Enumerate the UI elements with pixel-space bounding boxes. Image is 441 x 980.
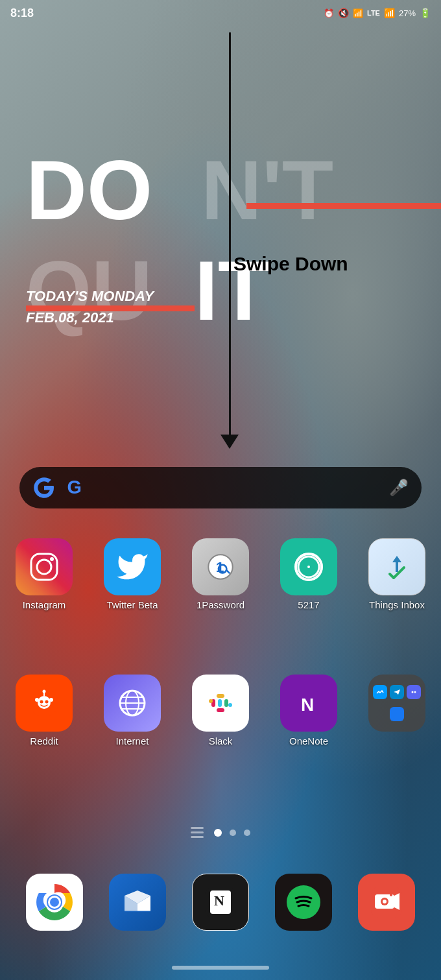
email-icon	[109, 874, 166, 931]
app-instagram[interactable]: Instagram	[8, 538, 80, 610]
svg-text:G: G	[67, 477, 81, 497]
svg-rect-30	[228, 703, 232, 707]
search-bar[interactable]: G 🎤	[19, 467, 422, 508]
folder-empty-2	[407, 707, 421, 721]
app-1password[interactable]: 1 1Password	[185, 538, 256, 610]
fivetwoseven-icon	[280, 538, 337, 595]
svg-point-4	[50, 557, 54, 561]
app-slack[interactable]: Slack	[185, 675, 256, 747]
twitter-label: Twitter Beta	[106, 599, 158, 610]
page-lines-indicator	[191, 827, 204, 838]
swipe-arrow	[220, 32, 239, 449]
mute-icon: 🔇	[338, 8, 349, 18]
date-text: TODAY'S MONDAY FEB.08, 2021	[26, 285, 154, 328]
svg-rect-27	[217, 694, 224, 698]
svg-text:N: N	[301, 695, 314, 715]
fivetwoseven-label: 5217	[298, 599, 319, 610]
folder-app-4	[390, 707, 404, 721]
page-dot-2[interactable]	[230, 830, 236, 836]
instagram-icon	[16, 538, 73, 595]
svg-text:N: N	[214, 892, 224, 909]
do-text: DO	[26, 148, 152, 232]
google-logo	[32, 476, 56, 499]
arrow-line	[229, 32, 231, 435]
folder-icon	[368, 675, 425, 732]
svg-point-14	[45, 700, 49, 704]
app-row-2: Reddit Internet	[0, 675, 441, 747]
instagram-label: Instagram	[23, 599, 66, 610]
slack-label: Slack	[209, 735, 233, 747]
things-inbox-label: Things Inbox	[369, 599, 425, 610]
things-inbox-icon	[368, 538, 425, 595]
lte-indicator: LTE	[367, 9, 380, 17]
svg-point-36	[412, 691, 414, 693]
svg-point-50	[390, 894, 392, 896]
bottom-navigation-bar	[172, 966, 269, 970]
svg-point-15	[35, 698, 39, 702]
svg-point-12	[38, 696, 51, 709]
onepassword-label: 1Password	[197, 599, 244, 610]
app-folder[interactable]	[361, 675, 433, 735]
twitter-icon	[104, 538, 161, 595]
battery-indicator: 27%	[399, 8, 416, 18]
dock: N	[13, 863, 428, 941]
dock-screen-recorder[interactable]	[358, 874, 415, 931]
messenger-mini	[373, 685, 387, 699]
app-5217[interactable]: 5217	[273, 538, 344, 610]
discord-mini	[407, 685, 421, 699]
svg-point-18	[43, 690, 46, 693]
notion-icon: N	[192, 874, 249, 931]
page-dot-1-active[interactable]	[214, 829, 222, 837]
page-dot-3[interactable]	[244, 830, 250, 836]
mic-icon[interactable]: 🎤	[389, 479, 409, 497]
onenote-icon: N	[280, 675, 337, 732]
reddit-icon	[16, 675, 73, 732]
dock-email[interactable]	[109, 874, 166, 931]
app-onenote[interactable]: N OneNote	[273, 675, 344, 747]
app-things-inbox[interactable]: Things Inbox	[361, 538, 433, 610]
battery-icon: 🔋	[420, 8, 431, 18]
status-bar: 8:18 ⏰ 🔇 📶 LTE 📶 27% 🔋	[0, 0, 441, 26]
signal-bars-icon: 📶	[384, 8, 395, 18]
app-row-1: Instagram Twitter Beta 1 1Password	[0, 538, 441, 610]
svg-point-16	[49, 698, 53, 702]
app-reddit[interactable]: Reddit	[8, 675, 80, 747]
svg-point-37	[414, 691, 416, 693]
svg-point-45	[287, 885, 320, 919]
dock-notion[interactable]: N	[192, 874, 249, 931]
spotify-icon	[275, 874, 332, 931]
reddit-label: Reddit	[30, 735, 58, 747]
svg-rect-29	[209, 699, 213, 703]
svg-point-3	[37, 560, 51, 574]
status-icons: ⏰ 🔇 📶 LTE 📶 27% 🔋	[324, 8, 431, 18]
telegram-mini	[390, 685, 404, 699]
internet-label: Internet	[116, 735, 149, 747]
svg-rect-25	[218, 699, 222, 707]
folder-empty-1	[373, 707, 387, 721]
svg-point-10	[307, 566, 310, 568]
svg-point-13	[40, 700, 43, 704]
svg-rect-26	[224, 699, 228, 707]
screen-recorder-icon	[358, 874, 415, 931]
date-line1: TODAY'S MONDAY	[26, 288, 154, 304]
alarm-icon: ⏰	[324, 8, 334, 18]
dock-chrome[interactable]	[26, 874, 83, 931]
svg-point-49	[383, 900, 387, 903]
svg-rect-28	[217, 708, 224, 712]
wifi-icon: 📶	[353, 8, 363, 18]
swipe-down-label: Swipe Down	[233, 253, 348, 275]
app-internet[interactable]: Internet	[97, 675, 168, 747]
onepassword-icon: 1	[192, 538, 249, 595]
strikethrough-1	[246, 203, 441, 209]
status-time: 8:18	[10, 6, 34, 20]
slack-icon	[192, 675, 249, 732]
page-indicators	[0, 827, 441, 838]
onenote-label: OneNote	[289, 735, 328, 747]
google-g-icon: G	[64, 476, 87, 499]
app-twitter[interactable]: Twitter Beta	[97, 538, 168, 610]
date-line2: FEB.08, 2021	[26, 309, 114, 326]
dock-spotify[interactable]	[275, 874, 332, 931]
internet-icon	[104, 675, 161, 732]
chrome-icon	[26, 874, 83, 931]
arrow-head	[220, 435, 239, 449]
